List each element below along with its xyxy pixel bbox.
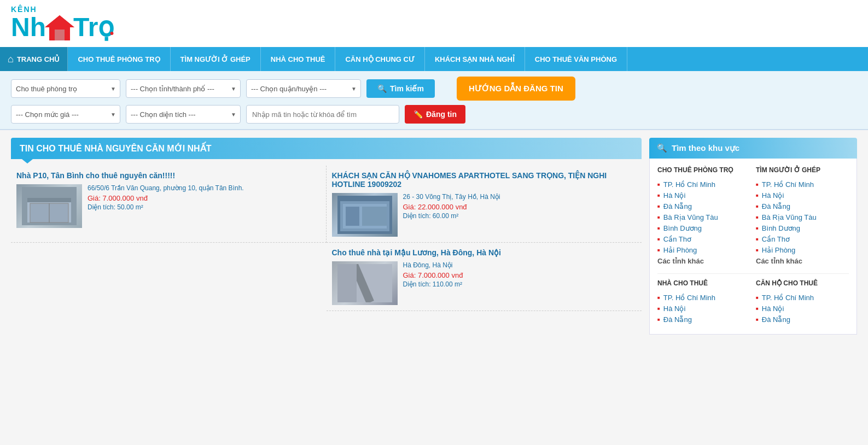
- logo-nha-tro: Nh Trọ ●: [11, 13, 119, 42]
- sidebar-link[interactable]: Hà Nội: [756, 191, 849, 200]
- home-icon: ⌂: [8, 54, 14, 65]
- listing-price: Giá: 7.000.000 vnđ: [403, 271, 637, 279]
- hotel-image-svg: [337, 196, 392, 234]
- svg-marker-2: [45, 15, 74, 27]
- sidebar-link-can-tho-2[interactable]: Cần Thơ: [756, 235, 849, 243]
- svg-rect-1: [55, 30, 65, 40]
- keyword-input[interactable]: [246, 105, 399, 124]
- listing-address: 66/50/6 Trần Văn Quang, phường 10, quận …: [88, 184, 321, 192]
- search-bar: Cho thuê phòng trọ --- Chọn tỉnh/thành p…: [0, 71, 868, 130]
- header: KÊNH Nh Trọ ●: [0, 0, 868, 47]
- listing-address: Hà Đông, Hà Nội: [403, 261, 637, 269]
- sidebar-divider: [657, 273, 849, 274]
- logo-tro: Trọ: [73, 14, 114, 40]
- garage-image-svg: [22, 187, 77, 225]
- guide-button[interactable]: HƯỚNG DẪN ĐĂNG TIN: [457, 77, 575, 101]
- sidebar-link[interactable]: Hà Nội: [756, 305, 849, 313]
- sidebar: 🔍 Tìm theo khu vực CHO THUÊ PHÒNG TRỌ TP…: [649, 138, 857, 335]
- listings-grid: Nhà P10, Tân Bình cho thuê nguyên căn!!!…: [11, 166, 642, 311]
- sidebar-link[interactable]: Hải Phòng: [756, 246, 849, 254]
- listing-image: [332, 261, 398, 305]
- listing-details: 66/50/6 Trần Văn Quang, phường 10, quận …: [88, 184, 321, 228]
- logo-kenh: KÊNH: [11, 5, 37, 13]
- list-item: KHÁCH SẠN CĂN HỘ VNAHOMES APARTHOTEL SAN…: [327, 166, 642, 243]
- sidebar-link-can-tho-1[interactable]: Cần Thơ: [657, 235, 750, 243]
- stair-image-svg: [337, 264, 392, 302]
- listing-price: Giá: 22.000.000 vnđ: [403, 203, 637, 211]
- sidebar-other-link[interactable]: Các tỉnh khác: [756, 257, 849, 265]
- sidebar-col-can-ho: CĂN HỘ CHO THUÊ TP. Hồ Chí Minh Hà Nội Đ…: [756, 279, 849, 326]
- nav-cho-thue-phong-tro[interactable]: CHO THUÊ PHÒNG TRỌ: [68, 47, 170, 71]
- sidebar-header: 🔍 Tìm theo khu vực: [649, 138, 857, 159]
- sidebar-other-link[interactable]: Các tỉnh khác: [657, 257, 750, 265]
- sidebar-content: CHO THUÊ PHÒNG TRỌ TP. Hồ Chí Minh Hà Nộ…: [649, 159, 857, 335]
- listing-image: [332, 193, 398, 237]
- listing-area: Diện tích: 110.00 m²: [403, 280, 637, 288]
- sidebar-link[interactable]: TP. Hồ Chí Minh: [657, 294, 750, 302]
- nav-nha-cho-thue[interactable]: NHÀ CHO THUÊ: [261, 47, 336, 71]
- listing-body: Hà Đông, Hà Nội Giá: 7.000.000 vnđ Diện …: [332, 261, 637, 305]
- listing-title[interactable]: Cho thuê nhà tại Mậu Lương, Hà Đông, Hà …: [332, 248, 637, 257]
- area-select[interactable]: --- Chọn diện tích ---: [126, 105, 241, 124]
- sidebar-link[interactable]: TP. Hồ Chí Minh: [756, 294, 849, 302]
- price-select[interactable]: --- Chọn mức giá ---: [11, 105, 120, 124]
- nav-can-ho-chung-cu[interactable]: CĂN HỘ CHUNG CƯ: [335, 47, 424, 71]
- sidebar-col-o-ghep: TÌM NGƯỜI Ở GHÉP TP. Hồ Chí Minh Hà Nội …: [756, 166, 849, 268]
- sidebar-link[interactable]: TP. Hồ Chí Minh: [657, 180, 750, 189]
- sidebar-top-cols: CHO THUÊ PHÒNG TRỌ TP. Hồ Chí Minh Hà Nộ…: [657, 166, 849, 268]
- area-select-wrapper: --- Chọn diện tích ---: [126, 105, 241, 124]
- sidebar-link[interactable]: Bà Rịa Vũng Tàu: [657, 213, 750, 221]
- sidebar-col4-title: CĂN HỘ CHO THUÊ: [756, 279, 849, 289]
- province-select-wrapper: --- Chọn tỉnh/thành phố ---: [126, 79, 241, 98]
- svg-rect-16: [337, 264, 357, 302]
- sidebar-col-phong-tro: CHO THUÊ PHÒNG TRỌ TP. Hồ Chí Minh Hà Nộ…: [657, 166, 750, 268]
- listing-area: Diện tích: 50.00 m²: [88, 203, 321, 211]
- sidebar-link[interactable]: Hà Nội: [657, 305, 750, 313]
- district-select-wrapper: --- Chọn quận/huyện ---: [246, 79, 361, 98]
- listing-area: Diện tích: 60.00 m²: [403, 212, 637, 220]
- sidebar-col2-title: TÌM NGƯỜI Ở GHÉP: [756, 166, 849, 176]
- sidebar-col-nha: NHÀ CHO THUÊ TP. Hồ Chí Minh Hà Nội Đà N…: [657, 279, 750, 326]
- logo: KÊNH Nh Trọ ●: [11, 5, 119, 42]
- search-area-icon: 🔍: [657, 143, 667, 153]
- sidebar-link[interactable]: Bình Dương: [657, 224, 750, 232]
- search-button[interactable]: 🔍 Tìm kiếm: [366, 79, 435, 98]
- svg-rect-5: [27, 198, 71, 202]
- sidebar-link[interactable]: Hà Nội: [657, 191, 750, 200]
- province-select[interactable]: --- Chọn tỉnh/thành phố ---: [126, 79, 241, 98]
- sidebar-link[interactable]: Bà Rịa Vũng Tàu: [756, 213, 849, 221]
- nav-home[interactable]: ⌂ TRANG CHỦ: [0, 47, 68, 71]
- nav-tim-nguoi-o-ghep[interactable]: TÌM NGƯỜI Ở GHÉP: [171, 47, 261, 71]
- main-content: TIN CHO THUÊ NHÀ NGUYÊN CĂN MỚI NHẤT Nhà…: [0, 130, 868, 342]
- post-button[interactable]: ✏️ Đăng tin: [405, 105, 465, 124]
- listing-title[interactable]: Nhà P10, Tân Bình cho thuê nguyên căn!!!…: [16, 171, 321, 180]
- main-nav: ⌂ TRANG CHỦ CHO THUÊ PHÒNG TRỌ TÌM NGƯỜI…: [0, 47, 868, 71]
- nav-khach-san[interactable]: KHÁCH SẠN NHÀ NGHỈ: [425, 47, 525, 71]
- listing-title[interactable]: KHÁCH SẠN CĂN HỘ VNAHOMES APARTHOTEL SAN…: [332, 171, 637, 189]
- section-title: TIN CHO THUÊ NHÀ NGUYÊN CĂN MỚI NHẤT: [11, 138, 642, 159]
- nav-van-phong[interactable]: CHO THUÊ VĂN PHÒNG: [525, 47, 627, 71]
- logo-nha: Nh: [11, 14, 46, 40]
- list-item: Cho thuê nhà tại Mậu Lương, Hà Đông, Hà …: [327, 243, 642, 311]
- sidebar-link[interactable]: Đà Nẵng: [657, 315, 750, 324]
- post-icon: ✏️: [413, 110, 423, 119]
- listing-address: 26 - 30 Võng Thị, Tây Hồ, Hà Nội: [403, 193, 637, 201]
- sidebar-link[interactable]: Đà Nẵng: [756, 202, 849, 210]
- listing-body: 66/50/6 Trần Văn Quang, phường 10, quận …: [16, 184, 321, 228]
- type-select-wrapper: Cho thuê phòng trọ: [11, 79, 120, 98]
- sidebar-link[interactable]: TP. Hồ Chí Minh: [756, 180, 849, 189]
- listings-section: TIN CHO THUÊ NHÀ NGUYÊN CĂN MỚI NHẤT Nhà…: [11, 138, 642, 335]
- district-select[interactable]: --- Chọn quận/huyện ---: [246, 79, 361, 98]
- sidebar-link[interactable]: Đà Nẵng: [657, 202, 750, 210]
- list-item: Nhà P10, Tân Bình cho thuê nguyên căn!!!…: [11, 166, 327, 243]
- type-select[interactable]: Cho thuê phòng trọ: [11, 79, 120, 98]
- sidebar-link[interactable]: Bình Dương: [756, 224, 849, 232]
- listing-details: Hà Đông, Hà Nội Giá: 7.000.000 vnđ Diện …: [403, 261, 637, 305]
- search-row-1: Cho thuê phòng trọ --- Chọn tỉnh/thành p…: [11, 77, 857, 101]
- sidebar-col1-title: CHO THUÊ PHÒNG TRỌ: [657, 166, 750, 176]
- sidebar-link[interactable]: Đà Nẵng: [756, 315, 849, 324]
- listing-body: 26 - 30 Võng Thị, Tây Hồ, Hà Nội Giá: 22…: [332, 193, 637, 237]
- logo-house-icon: [44, 13, 75, 42]
- sidebar-link[interactable]: Hải Phòng: [657, 246, 750, 254]
- svg-rect-12: [362, 207, 387, 226]
